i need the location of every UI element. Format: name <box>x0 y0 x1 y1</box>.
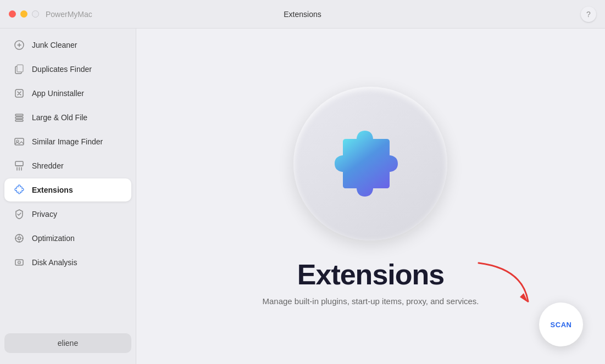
app-uninstaller-icon <box>13 87 25 99</box>
optimization-icon <box>13 232 25 244</box>
sidebar-item-similar-image-finder[interactable]: Similar Image Finder <box>4 130 131 153</box>
main-layout: Junk Cleaner Duplicates Finder App Unins… <box>0 29 605 364</box>
sidebar: Junk Cleaner Duplicates Finder App Unins… <box>0 29 136 364</box>
junk-cleaner-icon <box>13 39 25 51</box>
duplicates-finder-icon <box>13 63 25 75</box>
content-title: Extensions <box>297 258 444 291</box>
sidebar-item-privacy[interactable]: Privacy <box>4 203 131 226</box>
minimize-button[interactable] <box>20 10 27 18</box>
help-button[interactable]: ? <box>581 7 596 22</box>
similar-image-finder-icon <box>13 136 25 148</box>
content-area: Extensions Manage built-in plugins, star… <box>136 29 605 364</box>
page-title: Extensions <box>284 10 321 19</box>
sidebar-item-junk-cleaner[interactable]: Junk Cleaner <box>4 33 131 57</box>
content-inner: Extensions Manage built-in plugins, star… <box>262 87 479 306</box>
traffic-lights <box>9 10 39 18</box>
sidebar-label-junk-cleaner: Junk Cleaner <box>32 41 77 49</box>
arrow-decoration <box>473 257 539 315</box>
svg-point-8 <box>16 140 19 142</box>
sidebar-item-large-old-file[interactable]: Large & Old File <box>4 106 131 129</box>
sidebar-label-shredder: Shredder <box>32 161 64 170</box>
sidebar-item-duplicates-finder[interactable]: Duplicates Finder <box>4 58 131 81</box>
sidebar-label-extensions: Extensions <box>32 186 73 194</box>
titlebar: PowerMyMac Extensions ? <box>0 0 605 29</box>
sidebar-item-optimization[interactable]: Optimization <box>4 227 131 250</box>
sidebar-item-extensions[interactable]: Extensions <box>4 178 131 201</box>
sidebar-item-shredder[interactable]: Shredder <box>4 154 131 177</box>
sidebar-footer: eliene <box>0 327 136 360</box>
app-name: PowerMyMac <box>46 10 92 19</box>
shredder-icon <box>13 160 25 172</box>
close-button[interactable] <box>9 10 16 18</box>
puzzle-piece-icon <box>326 120 414 208</box>
svg-rect-5 <box>15 117 23 119</box>
svg-point-14 <box>19 262 20 263</box>
sidebar-label-similar-image-finder: Similar Image Finder <box>32 137 103 146</box>
sidebar-label-disk-analysis: Disk Analysis <box>32 258 77 267</box>
sidebar-label-optimization: Optimization <box>32 234 75 243</box>
sidebar-label-duplicates-finder: Duplicates Finder <box>32 65 92 74</box>
user-button[interactable]: eliene <box>4 333 131 353</box>
content-subtitle: Manage built-in plugins, start-up items,… <box>262 296 479 306</box>
disk-analysis-icon <box>13 256 25 268</box>
svg-rect-6 <box>15 120 23 121</box>
sidebar-label-app-uninstaller: App Uninstaller <box>32 89 84 98</box>
sidebar-item-disk-analysis[interactable]: Disk Analysis <box>4 251 131 274</box>
sidebar-item-app-uninstaller[interactable]: App Uninstaller <box>4 82 131 105</box>
extensions-icon <box>13 184 25 196</box>
sidebar-label-privacy: Privacy <box>32 210 57 219</box>
scan-button-container: SCAN <box>539 303 583 346</box>
large-old-file-icon <box>13 111 25 124</box>
icon-circle <box>293 87 447 240</box>
svg-rect-4 <box>15 114 23 116</box>
scan-button[interactable]: SCAN <box>539 303 583 346</box>
zoom-button[interactable] <box>32 10 39 18</box>
svg-rect-9 <box>15 161 23 166</box>
svg-rect-2 <box>17 65 23 72</box>
sidebar-label-large-old-file: Large & Old File <box>32 113 87 122</box>
svg-point-11 <box>18 237 21 240</box>
privacy-icon <box>13 208 25 220</box>
